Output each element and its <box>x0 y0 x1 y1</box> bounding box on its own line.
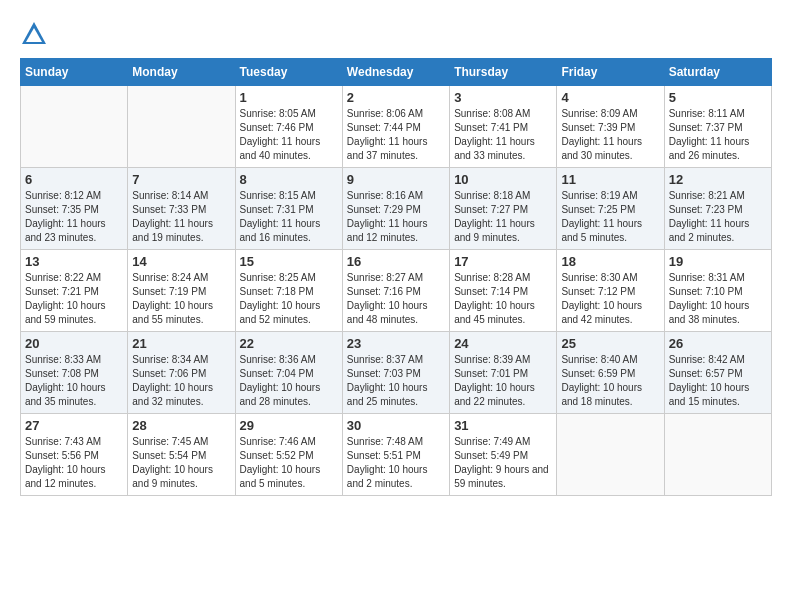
header-monday: Monday <box>128 59 235 86</box>
day-number: 20 <box>25 336 123 351</box>
day-info: Sunrise: 7:45 AM Sunset: 5:54 PM Dayligh… <box>132 435 230 491</box>
header-row: SundayMondayTuesdayWednesdayThursdayFrid… <box>21 59 772 86</box>
day-cell: 17Sunrise: 8:28 AM Sunset: 7:14 PM Dayli… <box>450 250 557 332</box>
day-cell: 20Sunrise: 8:33 AM Sunset: 7:08 PM Dayli… <box>21 332 128 414</box>
day-number: 24 <box>454 336 552 351</box>
day-cell: 27Sunrise: 7:43 AM Sunset: 5:56 PM Dayli… <box>21 414 128 496</box>
calendar-body: 1Sunrise: 8:05 AM Sunset: 7:46 PM Daylig… <box>21 86 772 496</box>
day-info: Sunrise: 8:27 AM Sunset: 7:16 PM Dayligh… <box>347 271 445 327</box>
day-cell: 7Sunrise: 8:14 AM Sunset: 7:33 PM Daylig… <box>128 168 235 250</box>
day-number: 30 <box>347 418 445 433</box>
page-header <box>20 20 772 48</box>
day-number: 14 <box>132 254 230 269</box>
header-thursday: Thursday <box>450 59 557 86</box>
day-info: Sunrise: 8:36 AM Sunset: 7:04 PM Dayligh… <box>240 353 338 409</box>
day-cell <box>128 86 235 168</box>
day-info: Sunrise: 8:18 AM Sunset: 7:27 PM Dayligh… <box>454 189 552 245</box>
day-number: 13 <box>25 254 123 269</box>
day-cell: 26Sunrise: 8:42 AM Sunset: 6:57 PM Dayli… <box>664 332 771 414</box>
day-number: 15 <box>240 254 338 269</box>
day-number: 17 <box>454 254 552 269</box>
day-info: Sunrise: 8:33 AM Sunset: 7:08 PM Dayligh… <box>25 353 123 409</box>
day-number: 27 <box>25 418 123 433</box>
header-tuesday: Tuesday <box>235 59 342 86</box>
day-info: Sunrise: 8:16 AM Sunset: 7:29 PM Dayligh… <box>347 189 445 245</box>
day-info: Sunrise: 8:42 AM Sunset: 6:57 PM Dayligh… <box>669 353 767 409</box>
day-number: 21 <box>132 336 230 351</box>
day-number: 22 <box>240 336 338 351</box>
day-number: 16 <box>347 254 445 269</box>
day-number: 8 <box>240 172 338 187</box>
day-info: Sunrise: 8:06 AM Sunset: 7:44 PM Dayligh… <box>347 107 445 163</box>
day-number: 31 <box>454 418 552 433</box>
calendar-header: SundayMondayTuesdayWednesdayThursdayFrid… <box>21 59 772 86</box>
header-sunday: Sunday <box>21 59 128 86</box>
day-cell: 16Sunrise: 8:27 AM Sunset: 7:16 PM Dayli… <box>342 250 449 332</box>
day-cell: 11Sunrise: 8:19 AM Sunset: 7:25 PM Dayli… <box>557 168 664 250</box>
day-number: 11 <box>561 172 659 187</box>
day-number: 18 <box>561 254 659 269</box>
day-cell: 8Sunrise: 8:15 AM Sunset: 7:31 PM Daylig… <box>235 168 342 250</box>
day-info: Sunrise: 8:25 AM Sunset: 7:18 PM Dayligh… <box>240 271 338 327</box>
day-cell: 29Sunrise: 7:46 AM Sunset: 5:52 PM Dayli… <box>235 414 342 496</box>
day-cell: 24Sunrise: 8:39 AM Sunset: 7:01 PM Dayli… <box>450 332 557 414</box>
day-cell: 9Sunrise: 8:16 AM Sunset: 7:29 PM Daylig… <box>342 168 449 250</box>
day-cell <box>664 414 771 496</box>
day-cell: 19Sunrise: 8:31 AM Sunset: 7:10 PM Dayli… <box>664 250 771 332</box>
day-cell: 10Sunrise: 8:18 AM Sunset: 7:27 PM Dayli… <box>450 168 557 250</box>
day-cell: 15Sunrise: 8:25 AM Sunset: 7:18 PM Dayli… <box>235 250 342 332</box>
day-cell: 6Sunrise: 8:12 AM Sunset: 7:35 PM Daylig… <box>21 168 128 250</box>
day-number: 29 <box>240 418 338 433</box>
day-cell: 21Sunrise: 8:34 AM Sunset: 7:06 PM Dayli… <box>128 332 235 414</box>
day-number: 9 <box>347 172 445 187</box>
day-cell: 13Sunrise: 8:22 AM Sunset: 7:21 PM Dayli… <box>21 250 128 332</box>
day-info: Sunrise: 8:12 AM Sunset: 7:35 PM Dayligh… <box>25 189 123 245</box>
logo <box>20 20 52 48</box>
day-cell: 31Sunrise: 7:49 AM Sunset: 5:49 PM Dayli… <box>450 414 557 496</box>
day-number: 5 <box>669 90 767 105</box>
day-number: 19 <box>669 254 767 269</box>
day-info: Sunrise: 7:48 AM Sunset: 5:51 PM Dayligh… <box>347 435 445 491</box>
day-cell: 14Sunrise: 8:24 AM Sunset: 7:19 PM Dayli… <box>128 250 235 332</box>
day-cell: 18Sunrise: 8:30 AM Sunset: 7:12 PM Dayli… <box>557 250 664 332</box>
header-saturday: Saturday <box>664 59 771 86</box>
day-info: Sunrise: 8:08 AM Sunset: 7:41 PM Dayligh… <box>454 107 552 163</box>
day-info: Sunrise: 8:22 AM Sunset: 7:21 PM Dayligh… <box>25 271 123 327</box>
week-row-2: 13Sunrise: 8:22 AM Sunset: 7:21 PM Dayli… <box>21 250 772 332</box>
day-cell <box>557 414 664 496</box>
header-wednesday: Wednesday <box>342 59 449 86</box>
day-number: 10 <box>454 172 552 187</box>
day-info: Sunrise: 8:09 AM Sunset: 7:39 PM Dayligh… <box>561 107 659 163</box>
day-cell: 25Sunrise: 8:40 AM Sunset: 6:59 PM Dayli… <box>557 332 664 414</box>
day-cell: 3Sunrise: 8:08 AM Sunset: 7:41 PM Daylig… <box>450 86 557 168</box>
logo-icon <box>20 20 48 48</box>
day-info: Sunrise: 8:31 AM Sunset: 7:10 PM Dayligh… <box>669 271 767 327</box>
day-info: Sunrise: 7:46 AM Sunset: 5:52 PM Dayligh… <box>240 435 338 491</box>
week-row-4: 27Sunrise: 7:43 AM Sunset: 5:56 PM Dayli… <box>21 414 772 496</box>
day-number: 2 <box>347 90 445 105</box>
day-info: Sunrise: 8:15 AM Sunset: 7:31 PM Dayligh… <box>240 189 338 245</box>
day-info: Sunrise: 8:34 AM Sunset: 7:06 PM Dayligh… <box>132 353 230 409</box>
day-info: Sunrise: 7:49 AM Sunset: 5:49 PM Dayligh… <box>454 435 552 491</box>
day-number: 28 <box>132 418 230 433</box>
day-info: Sunrise: 8:24 AM Sunset: 7:19 PM Dayligh… <box>132 271 230 327</box>
calendar-table: SundayMondayTuesdayWednesdayThursdayFrid… <box>20 58 772 496</box>
day-number: 12 <box>669 172 767 187</box>
day-info: Sunrise: 8:14 AM Sunset: 7:33 PM Dayligh… <box>132 189 230 245</box>
day-cell: 4Sunrise: 8:09 AM Sunset: 7:39 PM Daylig… <box>557 86 664 168</box>
day-cell <box>21 86 128 168</box>
day-info: Sunrise: 8:21 AM Sunset: 7:23 PM Dayligh… <box>669 189 767 245</box>
day-info: Sunrise: 8:11 AM Sunset: 7:37 PM Dayligh… <box>669 107 767 163</box>
day-cell: 12Sunrise: 8:21 AM Sunset: 7:23 PM Dayli… <box>664 168 771 250</box>
day-info: Sunrise: 8:40 AM Sunset: 6:59 PM Dayligh… <box>561 353 659 409</box>
day-number: 1 <box>240 90 338 105</box>
day-cell: 22Sunrise: 8:36 AM Sunset: 7:04 PM Dayli… <box>235 332 342 414</box>
day-info: Sunrise: 7:43 AM Sunset: 5:56 PM Dayligh… <box>25 435 123 491</box>
day-number: 25 <box>561 336 659 351</box>
day-number: 4 <box>561 90 659 105</box>
day-info: Sunrise: 8:39 AM Sunset: 7:01 PM Dayligh… <box>454 353 552 409</box>
day-number: 26 <box>669 336 767 351</box>
week-row-0: 1Sunrise: 8:05 AM Sunset: 7:46 PM Daylig… <box>21 86 772 168</box>
week-row-3: 20Sunrise: 8:33 AM Sunset: 7:08 PM Dayli… <box>21 332 772 414</box>
day-cell: 1Sunrise: 8:05 AM Sunset: 7:46 PM Daylig… <box>235 86 342 168</box>
